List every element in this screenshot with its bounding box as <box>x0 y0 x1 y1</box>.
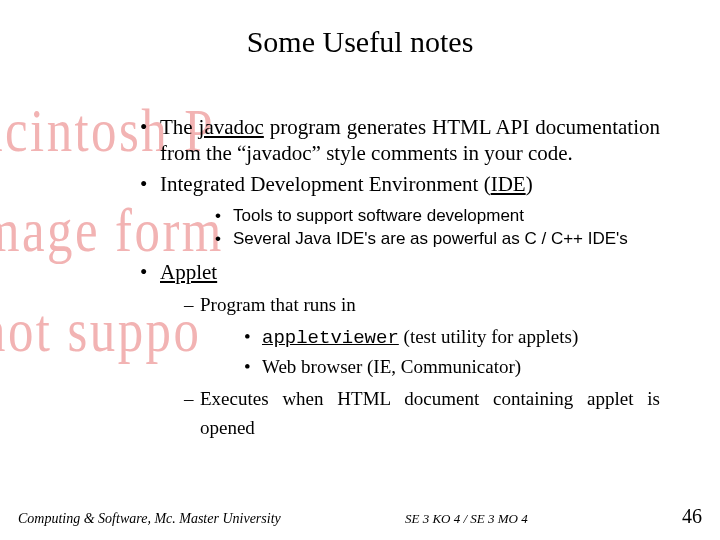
text-mono-underlined: appletviewer <box>262 327 399 349</box>
sub-sub-bullet: appletviewer (test utility for applets) <box>244 323 660 353</box>
text-underlined: Applet <box>160 260 217 284</box>
bullet-list: The javadoc program generates HTML API d… <box>140 114 660 442</box>
text: Integrated Development Environment ( <box>160 172 491 196</box>
text: Program that runs in <box>200 294 356 315</box>
bullet-ide: Integrated Development Environment (IDE)… <box>140 171 660 251</box>
sub-dash-list: Program that runs in appletviewer (test … <box>184 291 660 443</box>
sub-list: Tools to support software development Se… <box>215 205 660 251</box>
slide-content: Some Useful notes The javadoc program ge… <box>0 0 720 442</box>
text-underlined: IDE <box>491 172 526 196</box>
sub-sub-bullet: Web browser (IE, Communicator) <box>244 353 660 382</box>
footer-affiliation: Computing & Software, Mc. Master Univers… <box>18 511 281 527</box>
sub-bullet: Several Java IDE's are as powerful as C … <box>215 228 660 251</box>
text: (test utility for applets) <box>399 326 578 347</box>
slide-footer: Computing & Software, Mc. Master Univers… <box>0 505 720 528</box>
text: ) <box>526 172 533 196</box>
footer-page-number: 46 <box>682 505 702 528</box>
sub-dash-item: Program that runs in appletviewer (test … <box>184 291 660 382</box>
sub-dash-item: Executes when HTML document containing a… <box>184 385 660 442</box>
text-underlined: javadoc <box>199 115 264 139</box>
bullet-javadoc: The javadoc program generates HTML API d… <box>140 114 660 167</box>
sub-sub-list: appletviewer (test utility for applets) … <box>244 323 660 381</box>
text: The <box>160 115 199 139</box>
slide-title: Some Useful notes <box>60 25 660 59</box>
bullet-applet: Applet Program that runs in appletviewer… <box>140 259 660 443</box>
sub-bullet: Tools to support software development <box>215 205 660 228</box>
footer-course-code: SE 3 KO 4 / SE 3 MO 4 <box>251 511 682 527</box>
